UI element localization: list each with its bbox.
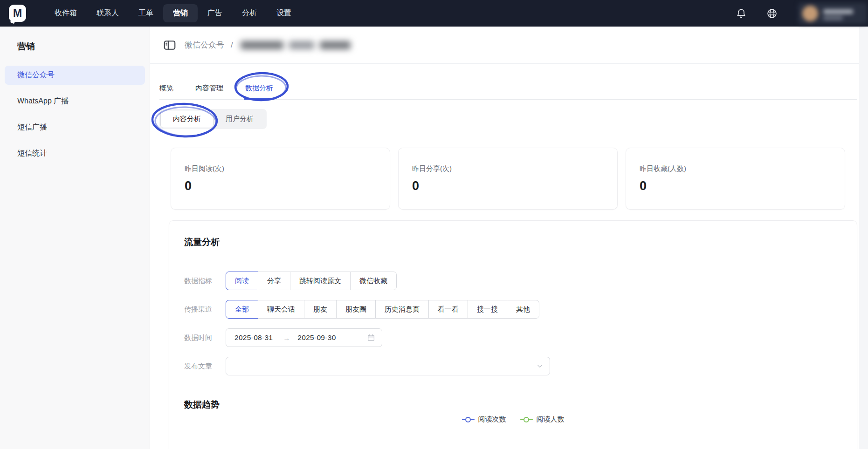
- nav-item-inbox[interactable]: 收件箱: [45, 4, 87, 22]
- tab-data-analysis[interactable]: 数据分析: [245, 77, 273, 99]
- legend-marker-icon: [462, 417, 475, 422]
- metric-option-0[interactable]: 阅读: [226, 272, 258, 290]
- app-logo[interactable]: M: [9, 5, 26, 22]
- metric-option-3[interactable]: 微信收藏: [350, 272, 397, 290]
- sidebar-item-sms-broadcast[interactable]: 短信广播: [5, 118, 145, 137]
- collapse-sidebar-icon[interactable]: [163, 38, 177, 52]
- channel-option-2[interactable]: 朋友: [304, 300, 337, 319]
- trend-legend: 阅读次数阅读人数: [169, 415, 857, 424]
- channel-option-7[interactable]: 其他: [507, 300, 539, 319]
- main-nav: 收件箱联系人工单营销广告分析设置: [45, 4, 301, 22]
- date-filter-row: 数据时间 2025-08-31 → 2025-09-30: [184, 328, 382, 347]
- traffic-analysis-card: 流量分析 数据指标 阅读分享跳转阅读原文微信收藏 传播渠道 全部聊天会话朋友朋友…: [169, 220, 857, 449]
- nav-item-ads[interactable]: 广告: [198, 4, 232, 22]
- channel-filter-row: 传播渠道 全部聊天会话朋友朋友圈历史消息页看一看搜一搜其他: [184, 300, 539, 319]
- metric-filter-row: 数据指标 阅读分享跳转阅读原文微信收藏: [184, 272, 397, 290]
- breadcrumb-section[interactable]: 微信公众号: [185, 40, 224, 50]
- article-filter-label: 发布文章: [184, 362, 226, 371]
- article-select[interactable]: [226, 357, 550, 375]
- sidebar-item-wechat-oa[interactable]: 微信公众号: [5, 66, 145, 85]
- nav-item-contacts[interactable]: 联系人: [87, 4, 129, 22]
- stat-cards-row: 昨日阅读(次)0昨日分享(次)0昨日收藏(人数)0: [171, 148, 845, 210]
- channel-option-5[interactable]: 看一看: [428, 300, 468, 319]
- page-title-blurred: [241, 41, 351, 49]
- metric-button-group: 阅读分享跳转阅读原文微信收藏: [226, 272, 397, 290]
- channel-option-4[interactable]: 历史消息页: [375, 300, 429, 319]
- nav-item-marketing[interactable]: 营销: [163, 4, 198, 22]
- user-account-chip-blurred[interactable]: [798, 3, 867, 24]
- date-range-picker[interactable]: 2025-08-31 → 2025-09-30: [226, 328, 382, 347]
- legend-label: 阅读次数: [478, 415, 506, 424]
- metric-option-2[interactable]: 跳转阅读原文: [290, 272, 351, 290]
- channel-option-6[interactable]: 搜一搜: [468, 300, 507, 319]
- sidebar-item-whatsapp-broadcast[interactable]: WhatsApp 广播: [5, 92, 145, 111]
- date-start-value[interactable]: 2025-08-31: [234, 333, 273, 342]
- stat-card-label: 昨日阅读(次): [185, 164, 376, 173]
- date-end-value[interactable]: 2025-09-30: [297, 333, 336, 342]
- data-trend-title: 数据趋势: [184, 399, 220, 411]
- legend-marker-icon: [520, 417, 533, 422]
- metric-filter-label: 数据指标: [184, 277, 226, 286]
- stat-card-label: 昨日收藏(人数): [640, 164, 831, 173]
- subtab-user-analysis[interactable]: 用户分析: [214, 110, 266, 128]
- tab-bar: 概览内容管理数据分析: [159, 77, 857, 100]
- stat-card-value: 0: [640, 179, 831, 193]
- main-content: 概览内容管理数据分析 内容分析用户分析 昨日阅读(次)0昨日分享(次)0昨日收藏…: [150, 64, 868, 449]
- date-range-arrow-icon: →: [283, 334, 290, 342]
- channel-button-group: 全部聊天会话朋友朋友圈历史消息页看一看搜一搜其他: [226, 300, 539, 319]
- top-navbar: M 收件箱联系人工单营销广告分析设置: [0, 0, 868, 27]
- metric-option-1[interactable]: 分享: [258, 272, 290, 290]
- page-header: 微信公众号 /: [150, 27, 868, 64]
- legend-item[interactable]: 阅读人数: [520, 415, 565, 424]
- sidebar-item-sms-stats[interactable]: 短信统计: [5, 144, 145, 163]
- nav-item-tickets[interactable]: 工单: [129, 4, 163, 22]
- user-role-blurred: [823, 16, 843, 20]
- channel-option-3[interactable]: 朋友圈: [336, 300, 376, 319]
- stat-card: 昨日分享(次)0: [398, 148, 618, 210]
- legend-label: 阅读人数: [537, 415, 565, 424]
- channel-option-1[interactable]: 聊天会话: [258, 300, 304, 319]
- sidebar-title: 营销: [17, 41, 150, 53]
- date-filter-label: 数据时间: [184, 333, 226, 342]
- stat-card-value: 0: [185, 179, 376, 193]
- avatar: [802, 6, 818, 21]
- article-filter-row: 发布文章: [184, 357, 550, 375]
- nav-item-analytics[interactable]: 分析: [232, 4, 267, 22]
- sidebar: 营销 微信公众号WhatsApp 广播短信广播短信统计: [0, 27, 150, 449]
- channel-filter-label: 传播渠道: [184, 305, 226, 314]
- subtab-content-analysis[interactable]: 内容分析: [160, 110, 214, 128]
- breadcrumb-separator: /: [231, 41, 233, 50]
- subtab-switch: 内容分析用户分析: [159, 109, 267, 129]
- traffic-analysis-title: 流量分析: [184, 236, 220, 248]
- tab-content-management[interactable]: 内容管理: [195, 77, 223, 99]
- stat-card-label: 昨日分享(次): [412, 164, 604, 173]
- channel-option-0[interactable]: 全部: [226, 300, 258, 319]
- chevron-down-icon: [537, 363, 543, 369]
- stat-card-value: 0: [412, 179, 604, 193]
- stat-card: 昨日收藏(人数)0: [626, 148, 845, 210]
- nav-item-settings[interactable]: 设置: [267, 4, 301, 22]
- calendar-icon[interactable]: [367, 333, 375, 342]
- tab-overview[interactable]: 概览: [159, 77, 173, 99]
- globe-icon[interactable]: [766, 8, 778, 19]
- navbar-right: [736, 3, 868, 24]
- legend-item[interactable]: 阅读次数: [462, 415, 506, 424]
- bell-icon[interactable]: [736, 8, 747, 19]
- scrollbar-gutter[interactable]: [859, 27, 868, 449]
- user-name-blurred: [823, 9, 853, 14]
- sidebar-nav: 微信公众号WhatsApp 广播短信广播短信统计: [0, 66, 150, 163]
- stat-card: 昨日阅读(次)0: [171, 148, 390, 210]
